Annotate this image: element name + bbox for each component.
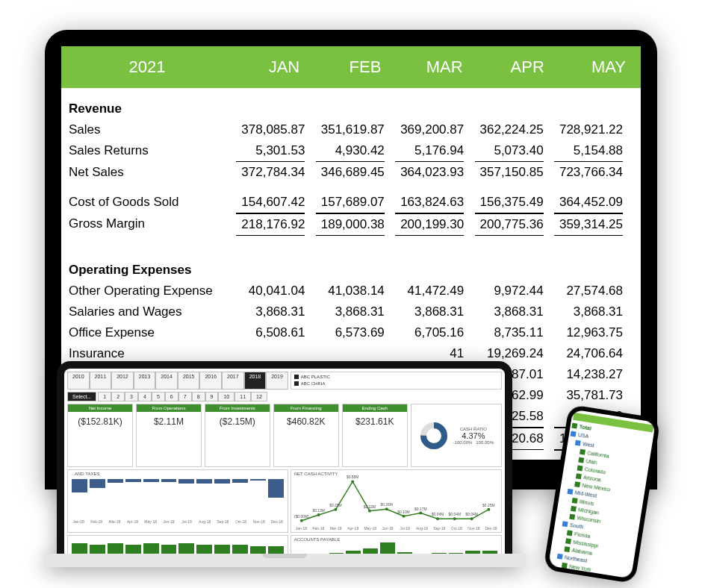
row-label: Gross Margin bbox=[69, 213, 233, 236]
year-tab[interactable]: 2015 bbox=[178, 372, 200, 390]
panel-green-bars[interactable]: Jan-18Feb-18Mar-18Apr-18May-18Jun-18Jul-… bbox=[67, 535, 288, 554]
panel-taxes[interactable]: ...AND TAXES Jan-18Feb-18Mar-18Apr-18May… bbox=[67, 469, 288, 533]
year-tab[interactable]: 2013 bbox=[134, 372, 156, 390]
x-axis: Jan-18Feb-18Mar-18Apr-18May-18Jun-18Jul-… bbox=[69, 519, 286, 524]
cell: 3,868.31 bbox=[392, 301, 471, 322]
svg-text:($0.00M): ($0.00M) bbox=[294, 515, 309, 519]
cell: 218,176.92 bbox=[233, 213, 312, 236]
year-tab[interactable]: 2011 bbox=[90, 372, 112, 390]
svg-text:$0.25M: $0.25M bbox=[329, 504, 341, 507]
dashboard-screen: 2010201120122013201420152016201720182019… bbox=[57, 361, 512, 554]
svg-text:$0.13M: $0.13M bbox=[312, 509, 324, 513]
legend-item: ABC PLASTIC bbox=[301, 375, 330, 379]
gauge-cash-ratio[interactable]: CASH RATIO 4.37% -100.00% 100.00% bbox=[411, 404, 502, 467]
svg-text:$0.17M: $0.17M bbox=[414, 507, 426, 511]
month-tab[interactable]: 2 bbox=[111, 392, 125, 401]
year-tabs: 2010201120122013201420152016201720182019 bbox=[67, 372, 288, 390]
month-tab[interactable]: 5 bbox=[152, 392, 165, 401]
month-tab[interactable]: 12 bbox=[251, 392, 267, 401]
year-tab[interactable]: 2016 bbox=[199, 372, 222, 390]
col-month: MAR bbox=[396, 57, 477, 77]
year-tab[interactable]: 2010 bbox=[67, 372, 90, 390]
cell: 200,199.30 bbox=[392, 213, 471, 236]
card-title: Ending Cash bbox=[343, 404, 407, 412]
card-value: $2.11M bbox=[137, 412, 201, 431]
svg-text:$0.88M: $0.88M bbox=[347, 475, 358, 479]
panel-accounts-payable[interactable]: ACCOUNTS PAYABLE Jan-18Feb-18Mar-18Apr-1… bbox=[291, 535, 502, 554]
month-tab[interactable]: 3 bbox=[125, 392, 138, 401]
panel-title: ...AND TAXES bbox=[71, 472, 99, 476]
cell: 378,085.87 bbox=[233, 119, 312, 140]
card-from-inv[interactable]: From Investments ($2.15M) bbox=[205, 404, 270, 467]
month-tab[interactable]: 1 bbox=[98, 392, 111, 401]
cell: 12,963.75 bbox=[551, 322, 630, 343]
card-from-fin[interactable]: From Financing $460.82K bbox=[273, 404, 339, 467]
svg-point-16 bbox=[419, 512, 422, 515]
gauge-icon bbox=[419, 421, 449, 451]
cell: 35,781.73 bbox=[551, 385, 630, 406]
svg-text:$0.22M: $0.22M bbox=[364, 505, 376, 509]
bar-chart bbox=[69, 472, 286, 519]
svg-point-24 bbox=[487, 508, 490, 511]
x-axis: Jan-18Feb-18Mar-18Apr-18May-18Jun-18Jul-… bbox=[293, 526, 500, 531]
cell: 5,154.88 bbox=[551, 140, 630, 162]
laptop-device: 2010201120122013201420152016201720182019… bbox=[57, 361, 512, 567]
month-tab[interactable]: 7 bbox=[178, 392, 192, 401]
year-tab[interactable]: 2014 bbox=[155, 372, 178, 390]
row-sales: Sales 378,085.87 351,619.87 369,200.87 3… bbox=[69, 119, 630, 140]
month-tab[interactable]: 8 bbox=[192, 392, 205, 401]
gauge-high: 100.00% bbox=[476, 440, 494, 445]
select-dropdown[interactable]: Select... bbox=[67, 392, 96, 401]
card-from-ops[interactable]: From Operations $2.11M bbox=[136, 404, 202, 467]
svg-point-12 bbox=[385, 507, 388, 510]
tree-screen: TotalUSAWestCaliforniaUtahColoradoArizon… bbox=[548, 410, 656, 579]
cell: 723,766.34 bbox=[551, 162, 630, 183]
cell: 5,301.53 bbox=[233, 140, 312, 162]
year-tab[interactable]: 2019 bbox=[266, 372, 288, 390]
svg-point-8 bbox=[351, 480, 354, 483]
region-tree[interactable]: TotalUSAWestCaliforniaUtahColoradoArizon… bbox=[548, 422, 652, 579]
cell: 6,705.16 bbox=[392, 322, 471, 343]
cell: 346,689.45 bbox=[312, 162, 391, 183]
year-tab[interactable]: 2012 bbox=[111, 372, 134, 390]
row-other-op: Other Operating Expense 40,041.04 41,038… bbox=[69, 281, 630, 301]
col-month: FEB bbox=[314, 57, 396, 77]
month-tab[interactable]: 9 bbox=[205, 392, 219, 401]
card-ending-cash[interactable]: Ending Cash $231.61K bbox=[342, 404, 408, 467]
year-tab[interactable]: 2017 bbox=[222, 372, 244, 390]
series-legend: ABC PLASTIC ABC CHINA bbox=[291, 372, 502, 390]
panel-net-cash[interactable]: NET CASH ACTIVITY ($0.00M)$0.13M$0.25M$0… bbox=[291, 469, 502, 533]
card-title: From Operations bbox=[137, 404, 201, 412]
svg-point-4 bbox=[317, 513, 320, 516]
cell: 189,000.38 bbox=[312, 213, 391, 236]
month-tab[interactable]: 10 bbox=[218, 392, 234, 401]
cell: 14,238.27 bbox=[551, 364, 630, 385]
card-net-income[interactable]: Net Income ($152.81K) bbox=[67, 404, 133, 467]
bar-chart bbox=[69, 537, 286, 554]
year-tab[interactable]: 2018 bbox=[244, 372, 267, 390]
line-chart: ($0.00M)$0.13M$0.25M$0.88M$0.22M$0.26M$0… bbox=[293, 472, 500, 525]
month-tab[interactable]: 11 bbox=[234, 392, 251, 401]
row-office: Office Expense 6,508.61 6,573.69 6,705.1… bbox=[69, 322, 630, 343]
svg-point-14 bbox=[402, 515, 405, 518]
kpi-cards: Net Income ($152.81K) From Operations $2… bbox=[67, 404, 502, 467]
cell: 163,824.63 bbox=[392, 192, 471, 213]
svg-text:$0.26M: $0.26M bbox=[380, 503, 392, 507]
row-salaries: Salaries and Wages 3,868.31 3,868.31 3,8… bbox=[69, 301, 630, 322]
cell: 3,868.31 bbox=[312, 301, 391, 322]
month-tab[interactable]: 6 bbox=[165, 392, 178, 401]
laptop-base bbox=[43, 554, 526, 567]
card-value: ($2.15M) bbox=[205, 412, 270, 431]
section-title: Revenue bbox=[69, 98, 233, 119]
month-tab[interactable]: 4 bbox=[138, 392, 152, 401]
cell: 362,224.25 bbox=[471, 119, 550, 140]
cell: 3,868.31 bbox=[233, 301, 312, 322]
cell: 359,314.25 bbox=[551, 213, 630, 236]
card-title: From Investments bbox=[205, 404, 270, 412]
cell: 5,073.40 bbox=[471, 140, 550, 162]
row-label: Office Expense bbox=[69, 322, 233, 343]
card-value: $460.82K bbox=[274, 412, 338, 431]
cell: 9,972.44 bbox=[471, 281, 550, 301]
row-label: Sales Returns bbox=[69, 140, 233, 162]
row-net-sales: Net Sales 372,784.34 346,689.45 364,023.… bbox=[69, 162, 630, 183]
